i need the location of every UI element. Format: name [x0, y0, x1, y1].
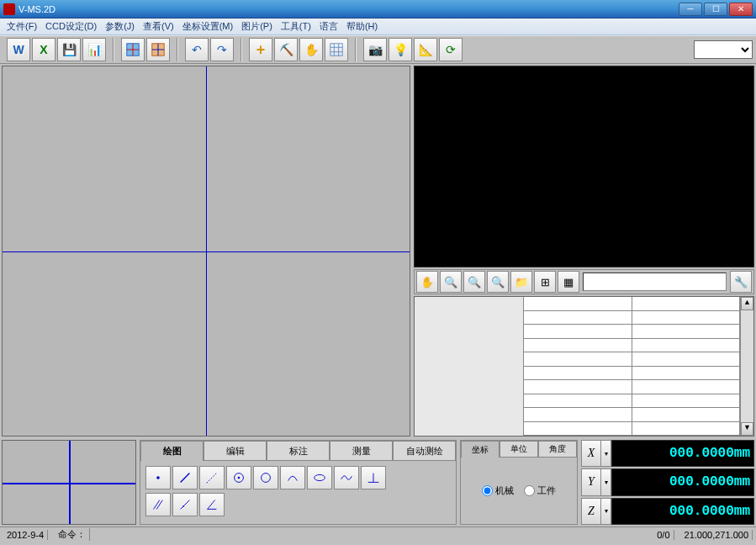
menu-view[interactable]: 查看(V): [140, 19, 177, 34]
table-cell[interactable]: [632, 297, 741, 310]
table-cell[interactable]: [632, 339, 741, 352]
table-cell[interactable]: [524, 394, 632, 408]
parallel-tool[interactable]: [145, 493, 171, 516]
table-cell[interactable]: [632, 325, 741, 338]
axis-y-dropdown[interactable]: ▾: [601, 468, 611, 495]
undo-button[interactable]: ↶: [185, 38, 209, 61]
grid-a-button[interactable]: [121, 38, 145, 61]
table-cell[interactable]: [524, 311, 632, 325]
table-cell[interactable]: [632, 352, 741, 366]
table-cell[interactable]: [524, 422, 632, 436]
overview-viewport[interactable]: [2, 440, 136, 525]
zoom-out-button[interactable]: 🔍: [463, 271, 485, 293]
axis-z-dropdown[interactable]: ▾: [601, 498, 611, 525]
menu-help[interactable]: 帮助(H): [343, 19, 381, 34]
menubar: 文件(F) CCD设定(D) 参数(J) 查看(V) 坐标设置(M) 图片(P)…: [0, 19, 756, 35]
tangent-tool[interactable]: [172, 493, 198, 516]
save-button[interactable]: 💾: [57, 38, 81, 61]
word-export-button[interactable]: W: [7, 38, 30, 61]
table-cell[interactable]: [524, 352, 632, 366]
zoom-in-button[interactable]: 🔍: [440, 271, 462, 293]
angle-tool[interactable]: [199, 493, 225, 516]
radio-workpiece[interactable]: 工件: [524, 484, 556, 497]
menu-params[interactable]: 参数(J): [102, 19, 138, 34]
tab-measure[interactable]: 测量: [330, 441, 393, 461]
main-viewport[interactable]: [2, 66, 410, 437]
window-title: V-MS.2D: [19, 4, 679, 14]
zoom-fit-button[interactable]: 🔍: [487, 271, 509, 293]
tab-annotate[interactable]: 标注: [267, 441, 330, 461]
grid-cam-button[interactable]: ▦: [558, 271, 579, 293]
close-button[interactable]: ✕: [729, 3, 753, 16]
table-cell[interactable]: [524, 297, 632, 310]
excel-export-button[interactable]: X: [32, 38, 56, 61]
camera-button[interactable]: 📷: [363, 38, 387, 61]
search-cam-button[interactable]: 🔧: [730, 271, 752, 293]
add-button[interactable]: +: [249, 38, 272, 61]
menu-coord[interactable]: 坐标设置(M): [179, 19, 237, 34]
menu-file[interactable]: 文件(F): [3, 19, 40, 34]
chart-button[interactable]: 📊: [82, 38, 106, 61]
axis-x-dropdown[interactable]: ▾: [601, 440, 611, 467]
coord-tab-unit[interactable]: 单位: [500, 441, 538, 458]
status-pos: 21.000,271.000: [681, 530, 753, 540]
hand-button[interactable]: ✋: [299, 38, 323, 61]
tab-auto[interactable]: 自动测绘: [393, 441, 456, 461]
line-tool[interactable]: [172, 466, 198, 489]
refresh-button[interactable]: ⟳: [439, 38, 463, 61]
table-cell[interactable]: [632, 367, 741, 380]
table-cell[interactable]: [632, 422, 741, 436]
table-cell[interactable]: [632, 380, 741, 394]
table-cell[interactable]: [632, 394, 741, 408]
measure-button[interactable]: 📐: [414, 38, 437, 61]
svg-point-11: [156, 476, 160, 479]
table-cell[interactable]: [524, 380, 632, 394]
pan-button[interactable]: ✋: [416, 271, 438, 293]
menu-image[interactable]: 图片(P): [238, 19, 276, 34]
circle-tool[interactable]: [253, 466, 278, 489]
data-list[interactable]: [415, 297, 524, 436]
menu-ccd[interactable]: CCD设定(D): [42, 19, 100, 34]
svg-line-13: [207, 473, 218, 484]
ellipse-tool[interactable]: [307, 466, 332, 489]
arc-tool[interactable]: [280, 466, 305, 489]
folder-button[interactable]: 📁: [510, 271, 532, 293]
radio-machine[interactable]: 机械: [482, 484, 514, 497]
tab-edit[interactable]: 编辑: [204, 441, 267, 461]
point-tool[interactable]: [145, 466, 171, 489]
toolbar-select[interactable]: [694, 40, 753, 59]
maximize-button[interactable]: ☐: [704, 3, 727, 16]
pick-button[interactable]: ⛏️: [274, 38, 298, 61]
camera-input[interactable]: [583, 272, 727, 291]
table-cell[interactable]: [524, 408, 632, 421]
layout-button[interactable]: ⊞: [534, 271, 556, 293]
polyline-tool[interactable]: [199, 466, 225, 489]
minimize-button[interactable]: ─: [679, 3, 702, 16]
camera-view[interactable]: [414, 66, 754, 267]
grid-toggle-button[interactable]: [325, 38, 348, 61]
status-cmd: 命令：: [55, 528, 90, 541]
perpendicular-tool[interactable]: [361, 466, 386, 489]
grid-b-button[interactable]: [146, 38, 170, 61]
vertical-scrollbar[interactable]: ▲ ▼: [740, 297, 753, 436]
scroll-down-button[interactable]: ▼: [741, 422, 753, 436]
table-cell[interactable]: [632, 311, 741, 325]
coord-tab-angle[interactable]: 角度: [538, 441, 577, 458]
status-ratio: 0/0: [653, 530, 674, 540]
coord-tab-coord[interactable]: 坐标: [461, 441, 500, 458]
redo-button[interactable]: ↷: [210, 38, 234, 61]
table-cell[interactable]: [524, 367, 632, 380]
data-panel: ▲ ▼: [414, 296, 754, 437]
scroll-up-button[interactable]: ▲: [741, 297, 753, 310]
tab-draw[interactable]: 绘图: [140, 441, 204, 461]
svg-point-23: [182, 505, 184, 507]
svg-line-22: [181, 500, 190, 510]
light-button[interactable]: 💡: [389, 38, 412, 61]
table-cell[interactable]: [524, 325, 632, 338]
circle-center-tool[interactable]: [226, 466, 251, 489]
spline-tool[interactable]: [334, 466, 359, 489]
menu-lang[interactable]: 语言: [316, 19, 341, 34]
menu-tools[interactable]: 工具(T): [278, 19, 315, 34]
table-cell[interactable]: [632, 408, 741, 421]
table-cell[interactable]: [524, 339, 632, 352]
